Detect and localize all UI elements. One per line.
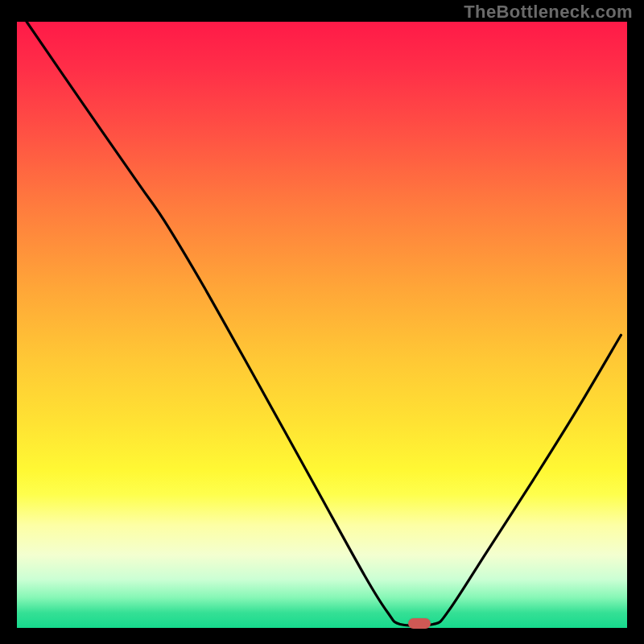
bottleneck-curve-svg xyxy=(17,22,627,628)
page-root: TheBottleneck.com xyxy=(0,0,644,644)
chart-plot-area xyxy=(17,22,627,628)
watermark-text: TheBottleneck.com xyxy=(464,2,633,23)
bottleneck-curve-path xyxy=(27,22,621,625)
optimum-marker xyxy=(408,618,431,629)
